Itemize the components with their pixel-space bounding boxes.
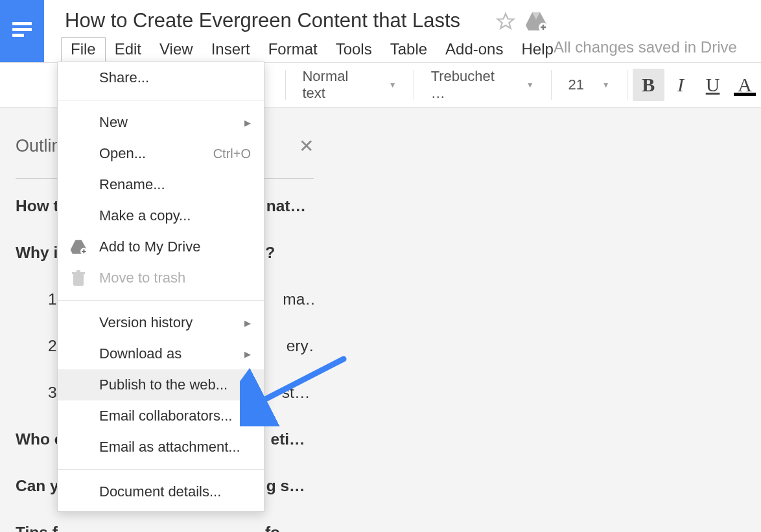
menu-insert[interactable]: Insert xyxy=(202,38,259,61)
menu-table[interactable]: Table xyxy=(381,38,436,61)
file-menu-open[interactable]: Open...Ctrl+O xyxy=(58,138,264,169)
text-color-button[interactable]: A xyxy=(729,69,761,101)
menu-item-label: Version history xyxy=(99,314,193,331)
file-menu-share[interactable]: Share... xyxy=(58,62,264,93)
close-icon[interactable]: ✕ xyxy=(299,137,314,156)
menu-item-label: Rename... xyxy=(99,176,165,193)
file-menu-add-to-my-drive[interactable]: Add to My Drive xyxy=(58,231,264,262)
menu-format[interactable]: Format xyxy=(259,38,327,61)
submenu-arrow-icon: ▶ xyxy=(244,118,251,128)
menu-item-label: Publish to the web... xyxy=(99,376,228,393)
menu-shortcut: Ctrl+O xyxy=(213,146,251,161)
file-menu-publish-to-the-web[interactable]: Publish to the web... xyxy=(58,369,264,400)
menu-item-label: Add to My Drive xyxy=(99,238,201,255)
menu-separator xyxy=(58,300,264,301)
menu-separator xyxy=(58,100,264,100)
file-menu-document-details[interactable]: Document details... xyxy=(58,476,264,507)
menu-item-label: Email as attachment... xyxy=(99,439,240,456)
file-menu-version-history[interactable]: Version history▶ xyxy=(58,307,264,338)
outline-title: Outlin xyxy=(16,136,62,156)
submenu-arrow-icon: ▶ xyxy=(244,349,251,359)
menu-view[interactable]: View xyxy=(150,38,202,61)
menu-item-label: Download as xyxy=(99,345,181,362)
menu-item-label: Make a copy... xyxy=(99,207,191,224)
bold-button[interactable]: B xyxy=(633,69,665,101)
menubar: File Edit View Insert Format Tools Table… xyxy=(61,37,563,62)
drive-add-icon xyxy=(69,238,88,256)
file-menu-rename[interactable]: Rename... xyxy=(58,169,264,200)
font-size-dropdown[interactable]: 21 ▼ xyxy=(557,62,622,108)
menu-item-label: Move to trash xyxy=(99,270,185,286)
save-status: All changes saved in Drive xyxy=(554,38,737,56)
italic-button[interactable]: I xyxy=(664,69,697,101)
menu-item-label: Share... xyxy=(99,69,149,86)
add-to-drive-icon[interactable] xyxy=(525,12,547,31)
font-size-label: 21 xyxy=(568,76,584,93)
trash-icon xyxy=(69,269,88,287)
menu-addons[interactable]: Add-ons xyxy=(436,38,512,61)
submenu-arrow-icon: ▶ xyxy=(244,318,251,328)
svg-rect-6 xyxy=(72,272,85,274)
file-menu-new[interactable]: New▶ xyxy=(58,107,264,138)
document-title[interactable]: How to Create Evergreen Content that Las… xyxy=(65,9,460,32)
file-menu-download-as[interactable]: Download as▶ xyxy=(58,338,264,369)
file-menu-email-as-attachment[interactable]: Email as attachment... xyxy=(58,432,264,463)
font-family-dropdown[interactable]: Trebuchet … ▼ xyxy=(419,62,546,108)
menu-tools[interactable]: Tools xyxy=(327,38,381,61)
svg-marker-0 xyxy=(498,14,514,29)
paragraph-style-label: Normal text xyxy=(302,68,374,102)
font-family-label: Trebuchet … xyxy=(431,68,512,102)
chevron-down-icon: ▼ xyxy=(389,80,397,89)
file-menu-email-collaborators[interactable]: Email collaborators... xyxy=(58,400,264,432)
menu-item-label: Email collaborators... xyxy=(99,408,232,424)
file-menu-make-a-copy[interactable]: Make a copy... xyxy=(58,200,264,231)
svg-rect-7 xyxy=(76,270,80,272)
star-icon[interactable] xyxy=(496,12,515,31)
menu-item-label: New xyxy=(99,114,128,131)
file-menu-move-to-trash: Move to trash xyxy=(58,262,264,294)
file-menu-dropdown: Share...New▶Open...Ctrl+ORename...Make a… xyxy=(57,62,264,512)
menu-item-label: Open... xyxy=(99,145,146,162)
menu-edit[interactable]: Edit xyxy=(106,38,150,61)
menu-file[interactable]: File xyxy=(61,37,106,62)
menu-separator xyxy=(58,469,264,470)
chevron-down-icon: ▼ xyxy=(602,80,610,89)
docs-logo[interactable] xyxy=(0,0,44,62)
menu-item-label: Document details... xyxy=(99,483,221,500)
underline-button[interactable]: U xyxy=(697,69,729,101)
paragraph-style-dropdown[interactable]: Normal text ▼ xyxy=(290,62,408,108)
docs-logo-glyph xyxy=(12,22,32,40)
chevron-down-icon: ▼ xyxy=(526,80,534,89)
outline-item[interactable]: Tips ffo xyxy=(16,524,314,532)
